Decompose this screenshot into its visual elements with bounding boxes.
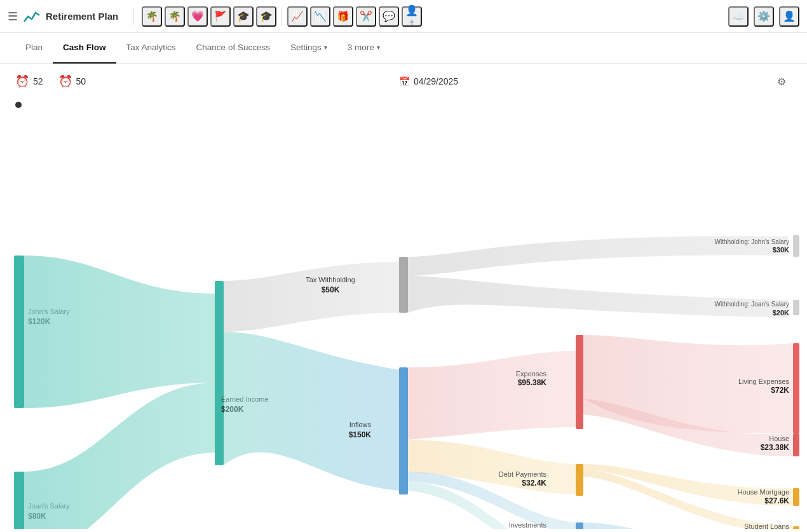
tab-cashflow[interactable]: Cash Flow	[53, 33, 116, 64]
withholding-joans-value: $20K	[773, 309, 789, 317]
person2-age: 50	[76, 76, 86, 86]
flow-tax-withholding	[224, 262, 400, 332]
expenses-value: $95.38K	[518, 378, 547, 387]
flow-withholding-joans	[408, 276, 788, 318]
flow-inflows-expenses	[408, 351, 577, 440]
withholding-johns-node[interactable]	[793, 235, 799, 257]
house-mortgage-label: House Mortgage	[738, 488, 789, 496]
debt-payments-value: $32.4K	[522, 479, 546, 488]
withholding-joans-node[interactable]	[793, 300, 799, 315]
tabs-bar: Plan Cash Flow Tax Analytics Chance of S…	[0, 33, 807, 64]
top-nav: ☰ Retirement Plan 🌴 🌴 💗 🚩 🎓 🎓 📈 📉 🎁 ✂️ 💬…	[0, 0, 807, 33]
student-loans-label: Student Loans	[744, 522, 789, 529]
withholding-johns-label: Withholding: John's Salary	[714, 238, 789, 245]
tax-withholding-value: $50K	[322, 285, 340, 294]
nav-right: ☁️ ⚙️ 👤	[728, 6, 799, 27]
tab-tax-analytics[interactable]: Tax Analytics	[116, 33, 186, 64]
avatar-icon[interactable]: 👤	[779, 6, 799, 27]
chart-up-icon[interactable]: 📈	[287, 6, 308, 27]
student-loans-node[interactable]	[793, 526, 799, 529]
nav-divider-1	[133, 8, 134, 25]
house-mortgage-value: $27.6K	[764, 496, 789, 505]
flow-debt-mortgage	[583, 464, 793, 506]
house-label: House	[769, 435, 789, 442]
house-value: $23.38K	[761, 443, 790, 452]
withholding-johns-value: $30K	[773, 246, 789, 254]
sankey-diagram: John's Salary $120K Joan's Salary $80K E…	[0, 116, 807, 529]
chart-down-icon[interactable]: 📉	[310, 6, 330, 27]
earned-income-node[interactable]	[215, 281, 224, 465]
inflows-value: $150K	[349, 430, 372, 439]
message-icon[interactable]: 💬	[379, 6, 399, 27]
nav-divider-2	[281, 8, 282, 25]
living-expenses-node[interactable]	[793, 343, 799, 433]
person1-age-badge: ⏰ 52	[15, 74, 43, 88]
scissors-icon[interactable]: ✂️	[356, 6, 376, 27]
graduation-icon[interactable]: 🎓	[233, 6, 254, 27]
calendar-icon: 📅	[399, 76, 410, 86]
expenses-node[interactable]	[576, 335, 583, 429]
flow-earned-inflows	[224, 332, 400, 491]
settings-chevron-down-icon: ▾	[324, 44, 327, 51]
tax-withholding-node[interactable]	[399, 257, 408, 313]
hamburger-icon[interactable]: ☰	[8, 10, 18, 24]
logo-icon	[23, 8, 41, 25]
date-badge[interactable]: 📅 04/29/2025	[399, 76, 458, 86]
inflows-node[interactable]	[399, 367, 408, 494]
expenses-label: Expenses	[516, 370, 547, 378]
house-mortgage-node[interactable]	[793, 488, 799, 506]
tab-more[interactable]: 3 more ▾	[337, 33, 390, 64]
settings-slash-icon[interactable]: ⚙️	[754, 6, 774, 27]
joans-salary-node[interactable]	[14, 472, 24, 529]
timeline-dot	[15, 102, 22, 108]
living-expenses-label: Living Expenses	[738, 378, 790, 385]
investments-node[interactable]	[576, 522, 583, 529]
sankey-svg: John's Salary $120K Joan's Salary $80K E…	[0, 116, 807, 529]
flag-icon[interactable]: 🚩	[210, 6, 231, 27]
gift-icon[interactable]: 🎁	[333, 6, 353, 27]
filter-button[interactable]: ⚙	[771, 71, 792, 92]
person1-age: 52	[33, 76, 43, 86]
tab-settings[interactable]: Settings ▾	[280, 33, 337, 64]
withholding-joans-label: Withholding: Joan's Salary	[714, 301, 789, 308]
date-value: 04/29/2025	[414, 76, 458, 86]
investments-label: Investments	[509, 521, 547, 529]
living-expenses-value: $72K	[771, 386, 789, 395]
tab-plan[interactable]: Plan	[15, 33, 53, 64]
person2-age-badge: ⏰ 50	[58, 74, 86, 88]
beach-icon[interactable]: 🌴	[142, 6, 162, 27]
person1-clock-icon: ⏰	[15, 74, 29, 88]
more-chevron-down-icon: ▾	[377, 44, 380, 51]
top-nav-icons: 🌴 🌴 💗 🚩 🎓 🎓 📈 📉 🎁 ✂️ 💬 👤+	[142, 6, 723, 27]
mortarboard-icon[interactable]: 🎓	[256, 6, 276, 27]
house-node[interactable]	[793, 433, 799, 456]
person-plus-icon[interactable]: 👤+	[402, 6, 422, 27]
tab-chance-success[interactable]: Chance of Success	[186, 33, 280, 64]
debt-payments-node[interactable]	[576, 464, 583, 496]
palm-icon[interactable]: 🌴	[165, 6, 185, 27]
cloud-icon[interactable]: ☁️	[728, 6, 749, 27]
inflows-label: Inflows	[349, 421, 372, 428]
controls-bar: ⏰ 52 ⏰ 50 📅 04/29/2025 ⚙	[0, 64, 807, 99]
person2-clock-icon: ⏰	[58, 74, 72, 88]
johns-salary-node[interactable]	[14, 256, 24, 408]
app-title: Retirement Plan	[46, 11, 118, 22]
tax-withholding-label: Tax Withholding	[306, 276, 355, 283]
flow-johns-earned	[24, 256, 216, 408]
heart-monitor-icon[interactable]: 💗	[187, 6, 208, 27]
debt-payments-label: Debt Payments	[499, 470, 547, 478]
timeline-dot-row	[0, 99, 807, 116]
